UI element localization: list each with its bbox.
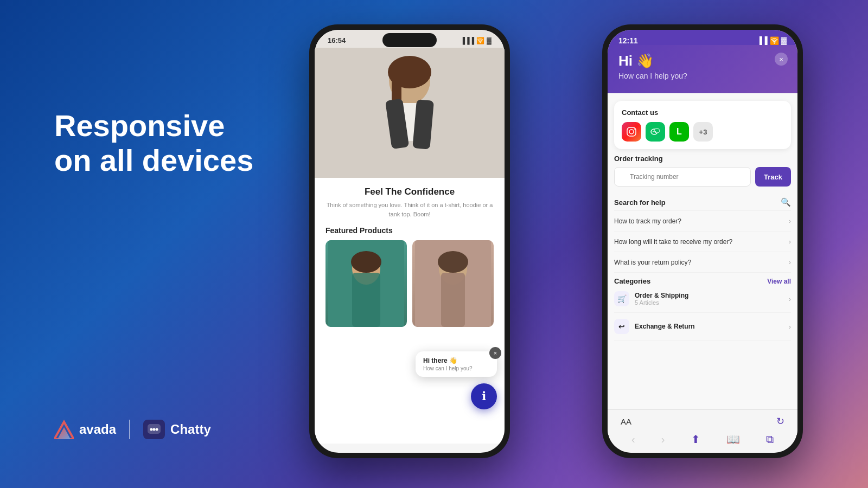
tracking-number-input[interactable]	[614, 167, 751, 187]
phone1: 16:54 ▐▐▐ 🛜 ▓	[309, 24, 510, 458]
svg-point-4	[153, 428, 156, 431]
headline-line1: Responsive	[54, 108, 253, 143]
faq-chevron-3: ›	[789, 258, 791, 266]
phone1-time: 16:54	[328, 36, 346, 44]
phone1-notch	[382, 33, 437, 47]
phone2-subtitle: How can I help you?	[618, 72, 787, 80]
product-item-2[interactable]	[412, 240, 494, 327]
faq-item-1[interactable]: How to track my order? ›	[614, 211, 791, 232]
tabs-nav-icon[interactable]: ⧉	[766, 433, 774, 446]
svg-rect-15	[352, 273, 380, 327]
brand-bar: avada Chatty	[54, 420, 211, 439]
hero-illustration	[315, 48, 505, 178]
chat-bubble-close-icon[interactable]: ×	[489, 347, 501, 359]
brand-divider	[129, 420, 130, 439]
contact-us-title: Contact us	[622, 108, 783, 117]
bookmarks-nav-icon[interactable]: 📖	[726, 433, 740, 446]
cat-count-order: 5 Articles	[635, 299, 688, 306]
faq-item-3[interactable]: What is your return policy? ›	[614, 252, 791, 273]
cat-chevron-exchange: ›	[789, 323, 791, 331]
p2-battery-icon: ▓	[781, 36, 787, 45]
svg-point-27	[655, 131, 656, 132]
product-item-1[interactable]	[326, 240, 407, 327]
cat-chevron-order: ›	[789, 295, 791, 303]
order-tracking-label: Order tracking	[614, 155, 791, 163]
p2-wifi-icon: 🛜	[770, 36, 779, 45]
product1-image	[326, 240, 407, 327]
faq-text-1: How to track my order?	[614, 217, 681, 225]
close-icon: ×	[779, 55, 783, 63]
cat-left-exchange: ↩ Exchange & Return	[614, 319, 695, 334]
track-button[interactable]: Track	[755, 167, 791, 187]
avada-icon	[54, 420, 74, 439]
phone1-text-section: Feel The Confidence Think of something y…	[315, 178, 505, 336]
svg-point-5	[156, 428, 158, 431]
search-for-help-row[interactable]: Search for help 🔍	[614, 192, 791, 211]
more-contacts-icon[interactable]: +3	[693, 122, 713, 142]
cat-info-order: Order & Shipping 5 Articles	[635, 292, 688, 306]
faq-item-2[interactable]: How long will it take to receive my orde…	[614, 232, 791, 252]
signal-icon: ▐▐▐	[461, 37, 475, 44]
chatty-brand: Chatty	[143, 420, 211, 439]
category-order-shipping[interactable]: 🛒 Order & Shipping 5 Articles ›	[614, 285, 791, 313]
phone2-time: 12:11	[618, 36, 638, 45]
phone2-bottom-bar: AA ↻ ‹ › ⬆ 📖 ⧉	[608, 409, 797, 453]
p2-signal-icon: ▐▐	[757, 36, 768, 45]
view-all-link[interactable]: View all	[767, 278, 791, 285]
phone2-close-button[interactable]: ×	[775, 53, 788, 66]
forward-nav-icon[interactable]: ›	[661, 433, 665, 446]
more-label: +3	[699, 128, 707, 136]
line-letter: L	[676, 127, 682, 137]
category-exchange-return[interactable]: ↩ Exchange & Return ›	[614, 313, 791, 341]
cat-left-order: 🛒 Order & Shipping 5 Articles	[614, 291, 688, 306]
bottom-aa-text: AA	[621, 417, 631, 426]
chat-bubble-subtitle: How can I help you?	[423, 365, 489, 371]
chat-fab-button[interactable]: ℹ	[471, 383, 497, 409]
phone2-header: Hi 👋 How can I help you? ×	[608, 45, 797, 93]
svg-point-16	[351, 251, 381, 273]
help-search-icon: 🔍	[781, 197, 791, 207]
wechat-svg	[650, 126, 661, 137]
svg-point-20	[438, 251, 468, 273]
wechat-icon[interactable]	[646, 122, 665, 142]
contact-icons-row: L +3	[622, 122, 783, 142]
order-tracking-section: Order tracking 🔍 Track	[614, 155, 791, 187]
instagram-icon[interactable]	[622, 122, 641, 142]
phone1-hero-image	[315, 48, 505, 178]
chat-bubble-title: Hi there 👋	[423, 357, 489, 364]
faq-text-2: How long will it take to receive my orde…	[614, 238, 732, 246]
line-icon[interactable]: L	[669, 122, 689, 142]
cat-name-order: Order & Shipping	[635, 292, 688, 299]
share-nav-icon[interactable]: ⬆	[691, 433, 700, 446]
svg-point-23	[634, 129, 635, 130]
svg-point-3	[150, 428, 153, 431]
refresh-icon[interactable]: ↻	[776, 415, 784, 427]
faq-text-3: What is your return policy?	[614, 259, 691, 266]
tracking-input-wrap: 🔍	[614, 167, 751, 187]
tracking-input-row: 🔍 Track	[614, 167, 791, 187]
phone2: 12:11 ▐▐ 🛜 ▓ Hi 👋 How can I help you? × …	[602, 24, 803, 458]
chatty-label: Chatty	[170, 422, 211, 437]
faq-chevron-1: ›	[789, 217, 791, 225]
cat-info-exchange: Exchange & Return	[635, 323, 695, 330]
contact-us-card: Contact us	[614, 101, 791, 149]
back-nav-icon[interactable]: ‹	[631, 433, 635, 446]
browser-nav-bar: ‹ › ⬆ 📖 ⧉	[608, 433, 797, 446]
phone1-product-subtitle: Think of something you love. Think of it…	[326, 201, 494, 219]
chat-bubble-title-text: Hi there 👋	[423, 357, 457, 364]
chatty-icon	[143, 420, 165, 439]
battery-icon: ▓	[487, 37, 492, 44]
order-shipping-icon: 🛒	[614, 291, 629, 306]
phone1-products-grid	[326, 240, 494, 327]
product2-image	[412, 240, 494, 327]
avada-label: avada	[79, 422, 116, 437]
avada-brand: avada	[54, 420, 116, 439]
svg-point-22	[629, 130, 634, 134]
phone2-body: Contact us	[608, 93, 797, 435]
search-for-help-label: Search for help	[614, 198, 666, 207]
chat-bubble[interactable]: × Hi there 👋 How can I help you?	[416, 351, 497, 377]
hero-text: Responsive on all devices	[54, 108, 253, 178]
phone2-greeting: Hi 👋	[618, 53, 787, 69]
phone2-status-icons: ▐▐ 🛜 ▓	[757, 36, 787, 45]
phone1-featured-title: Featured Products	[326, 226, 494, 235]
